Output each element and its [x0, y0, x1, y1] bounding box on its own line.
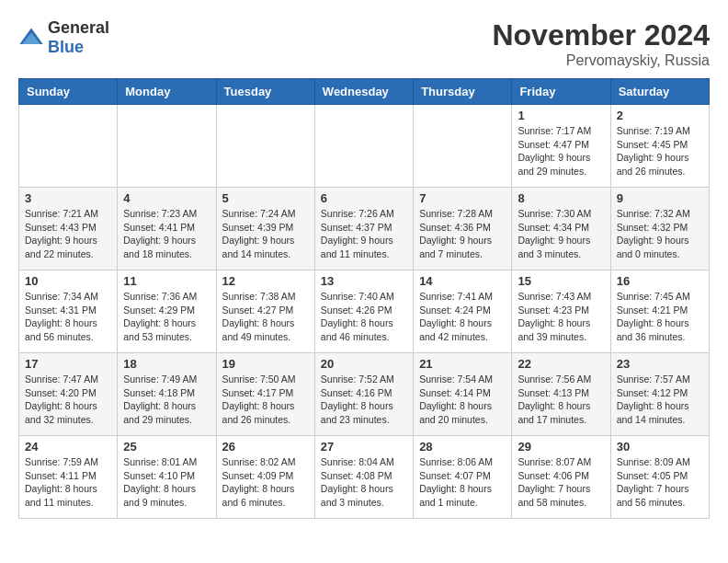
calendar-cell: 19Sunrise: 7:50 AMSunset: 4:17 PMDayligh…: [216, 353, 314, 436]
day-number: 7: [419, 191, 506, 205]
day-info: Sunrise: 7:59 AMSunset: 4:11 PMDaylight:…: [25, 455, 111, 510]
calendar-cell: 1Sunrise: 7:17 AMSunset: 4:47 PMDaylight…: [512, 105, 610, 188]
day-number: 12: [222, 274, 309, 288]
week-row-5: 24Sunrise: 7:59 AMSunset: 4:11 PMDayligh…: [19, 436, 710, 519]
day-info: Sunrise: 8:04 AMSunset: 4:08 PMDaylight:…: [321, 455, 407, 510]
calendar-cell: [414, 105, 512, 188]
day-number: 9: [617, 191, 703, 205]
logo-general: General: [48, 18, 109, 37]
day-info: Sunrise: 7:26 AMSunset: 4:37 PMDaylight:…: [321, 207, 407, 261]
calendar-cell: 4Sunrise: 7:23 AMSunset: 4:41 PMDaylight…: [118, 188, 216, 270]
calendar-cell: 23Sunrise: 7:57 AMSunset: 4:12 PMDayligh…: [610, 353, 709, 436]
calendar-cell: 11Sunrise: 7:36 AMSunset: 4:29 PMDayligh…: [118, 270, 216, 353]
day-info: Sunrise: 7:40 AMSunset: 4:26 PMDaylight:…: [321, 290, 407, 344]
day-number: 16: [617, 274, 703, 288]
calendar-cell: 25Sunrise: 8:01 AMSunset: 4:10 PMDayligh…: [118, 436, 216, 519]
calendar-header-row: SundayMondayTuesdayWednesdayThursdayFrid…: [19, 79, 710, 105]
day-info: Sunrise: 7:19 AMSunset: 4:45 PMDaylight:…: [617, 124, 703, 178]
week-row-3: 10Sunrise: 7:34 AMSunset: 4:31 PMDayligh…: [19, 270, 710, 353]
day-number: 28: [419, 440, 506, 454]
day-info: Sunrise: 8:02 AMSunset: 4:09 PMDaylight:…: [222, 455, 309, 510]
calendar-cell: 12Sunrise: 7:38 AMSunset: 4:27 PMDayligh…: [216, 270, 314, 353]
day-info: Sunrise: 7:34 AMSunset: 4:31 PMDaylight:…: [25, 290, 111, 344]
calendar-cell: 29Sunrise: 8:07 AMSunset: 4:06 PMDayligh…: [512, 436, 610, 519]
calendar-cell: 16Sunrise: 7:45 AMSunset: 4:21 PMDayligh…: [610, 270, 709, 353]
day-info: Sunrise: 7:47 AMSunset: 4:20 PMDaylight:…: [25, 373, 111, 427]
day-info: Sunrise: 7:52 AMSunset: 4:16 PMDaylight:…: [321, 373, 407, 427]
calendar-cell: 17Sunrise: 7:47 AMSunset: 4:20 PMDayligh…: [19, 353, 118, 436]
day-info: Sunrise: 7:41 AMSunset: 4:24 PMDaylight:…: [419, 290, 506, 344]
day-number: 27: [321, 440, 407, 454]
day-number: 2: [617, 109, 703, 122]
day-info: Sunrise: 7:49 AMSunset: 4:18 PMDaylight:…: [123, 373, 210, 427]
calendar-cell: 2Sunrise: 7:19 AMSunset: 4:45 PMDaylight…: [610, 105, 709, 188]
calendar-cell: 28Sunrise: 8:06 AMSunset: 4:07 PMDayligh…: [414, 436, 512, 519]
title-block: November 2024 Pervomayskiy, Russia: [492, 18, 710, 69]
day-info: Sunrise: 8:06 AMSunset: 4:07 PMDaylight:…: [419, 455, 506, 510]
day-number: 20: [321, 357, 407, 371]
day-info: Sunrise: 7:43 AMSunset: 4:23 PMDaylight:…: [518, 290, 604, 344]
weekday-friday: Friday: [512, 79, 610, 105]
weekday-sunday: Sunday: [19, 79, 118, 105]
weekday-thursday: Thursday: [414, 79, 512, 105]
day-info: Sunrise: 7:32 AMSunset: 4:32 PMDaylight:…: [617, 207, 703, 261]
calendar-cell: [118, 105, 216, 188]
day-info: Sunrise: 7:36 AMSunset: 4:29 PMDaylight:…: [123, 290, 210, 344]
day-number: 3: [25, 191, 111, 205]
calendar-cell: [19, 105, 118, 188]
day-number: 26: [222, 440, 309, 454]
weekday-tuesday: Tuesday: [216, 79, 314, 105]
logo: General Blue: [18, 18, 109, 57]
weekday-saturday: Saturday: [610, 79, 709, 105]
week-row-4: 17Sunrise: 7:47 AMSunset: 4:20 PMDayligh…: [19, 353, 710, 436]
day-number: 25: [123, 440, 210, 454]
calendar-cell: [216, 105, 314, 188]
day-number: 4: [123, 191, 210, 205]
day-number: 30: [617, 440, 703, 454]
day-number: 22: [518, 357, 604, 371]
day-number: 15: [518, 274, 604, 288]
day-info: Sunrise: 7:54 AMSunset: 4:14 PMDaylight:…: [419, 373, 506, 427]
day-info: Sunrise: 7:50 AMSunset: 4:17 PMDaylight:…: [222, 373, 309, 427]
calendar-cell: 21Sunrise: 7:54 AMSunset: 4:14 PMDayligh…: [414, 353, 512, 436]
weekday-wednesday: Wednesday: [314, 79, 413, 105]
logo-icon: [18, 25, 44, 51]
day-info: Sunrise: 7:21 AMSunset: 4:43 PMDaylight:…: [25, 207, 111, 261]
day-number: 5: [222, 191, 309, 205]
day-number: 8: [518, 191, 604, 205]
day-number: 13: [321, 274, 407, 288]
calendar-cell: 8Sunrise: 7:30 AMSunset: 4:34 PMDaylight…: [512, 188, 610, 270]
weekday-monday: Monday: [118, 79, 216, 105]
calendar-cell: 10Sunrise: 7:34 AMSunset: 4:31 PMDayligh…: [19, 270, 118, 353]
calendar-cell: 26Sunrise: 8:02 AMSunset: 4:09 PMDayligh…: [216, 436, 314, 519]
day-info: Sunrise: 8:09 AMSunset: 4:05 PMDaylight:…: [617, 455, 703, 510]
location-title: Pervomayskiy, Russia: [492, 52, 710, 69]
calendar-cell: 14Sunrise: 7:41 AMSunset: 4:24 PMDayligh…: [414, 270, 512, 353]
calendar-cell: 5Sunrise: 7:24 AMSunset: 4:39 PMDaylight…: [216, 188, 314, 270]
calendar-cell: 18Sunrise: 7:49 AMSunset: 4:18 PMDayligh…: [118, 353, 216, 436]
day-info: Sunrise: 7:17 AMSunset: 4:47 PMDaylight:…: [518, 124, 604, 178]
calendar-cell: [314, 105, 413, 188]
day-number: 21: [419, 357, 506, 371]
day-info: Sunrise: 7:45 AMSunset: 4:21 PMDaylight:…: [617, 290, 703, 344]
calendar-table: SundayMondayTuesdayWednesdayThursdayFrid…: [18, 78, 710, 519]
calendar-cell: 20Sunrise: 7:52 AMSunset: 4:16 PMDayligh…: [314, 353, 413, 436]
page-header: General Blue November 2024 Pervomayskiy,…: [18, 18, 710, 69]
day-number: 14: [419, 274, 506, 288]
day-number: 23: [617, 357, 703, 371]
day-number: 6: [321, 191, 407, 205]
calendar-cell: 24Sunrise: 7:59 AMSunset: 4:11 PMDayligh…: [19, 436, 118, 519]
day-number: 11: [123, 274, 210, 288]
day-info: Sunrise: 8:01 AMSunset: 4:10 PMDaylight:…: [123, 455, 210, 510]
day-info: Sunrise: 8:07 AMSunset: 4:06 PMDaylight:…: [518, 455, 604, 510]
day-number: 29: [518, 440, 604, 454]
calendar-cell: 13Sunrise: 7:40 AMSunset: 4:26 PMDayligh…: [314, 270, 413, 353]
day-number: 18: [123, 357, 210, 371]
day-number: 17: [25, 357, 111, 371]
calendar-cell: 6Sunrise: 7:26 AMSunset: 4:37 PMDaylight…: [314, 188, 413, 270]
calendar-cell: 9Sunrise: 7:32 AMSunset: 4:32 PMDaylight…: [610, 188, 709, 270]
day-number: 10: [25, 274, 111, 288]
calendar-cell: 22Sunrise: 7:56 AMSunset: 4:13 PMDayligh…: [512, 353, 610, 436]
day-number: 19: [222, 357, 309, 371]
day-number: 24: [25, 440, 111, 454]
